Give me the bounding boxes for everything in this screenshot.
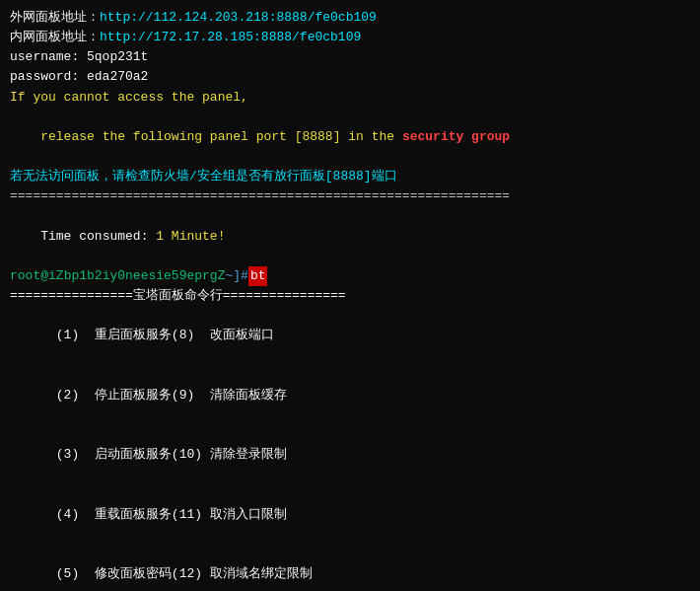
ext-ip-value: http://112.124.203.218:8888/fe0cb109 <box>100 10 377 25</box>
ext-ip-line: 外网面板地址：http://112.124.203.218:8888/fe0cb… <box>10 8 690 28</box>
prompt-path: ~]# <box>225 266 247 286</box>
divider-1: ========================================… <box>10 186 690 206</box>
prompt-line: root@iZbp1b2iy0neesie59eprgZ ~]# bt <box>10 266 690 286</box>
prompt-at: @ <box>40 266 48 286</box>
warning-line1: If you cannot access the panel, <box>10 88 690 108</box>
menu-item-2: (2) 停止面板服务 <box>56 388 172 403</box>
time-consumed-line: Time consumed: 1 Minute! <box>10 206 690 265</box>
menu-row-3: (4) 重载面板服务(11) 取消入口限制 <box>10 484 690 544</box>
cmd-highlight: bt <box>248 266 268 286</box>
int-ip-label: 内网面板地址： <box>10 30 100 44</box>
warning-line2-pre: release the following panel port [8888] … <box>40 129 402 144</box>
menu-container: (1) 重启面板服务(8) 改面板端口 (2) 停止面板服务(9) 清除面板缓存… <box>10 306 690 591</box>
prompt-host: iZbp1b2iy0neesie59eprgZ <box>48 266 225 286</box>
warning-line3: 若无法访问面板，请检查防火墙/安全组是否有放行面板[8888]端口 <box>10 167 690 186</box>
menu-row-1: (2) 停止面板服务(9) 清除面板缓存 <box>10 366 690 425</box>
menu-divider: ================宝塔面板命令行================ <box>10 286 690 306</box>
time-consumed-label: Time consumed: <box>40 229 156 244</box>
menu-item-5: (5) 修改面板密码 <box>56 566 172 581</box>
int-ip-value: http://172.17.28.185:8888/fe0cb109 <box>100 30 361 44</box>
ext-ip-label: 外网面板地址： <box>10 10 100 25</box>
menu-row-0: (1) 重启面板服务(8) 改面板端口 <box>10 306 690 365</box>
menu-row-2: (3) 启动面板服务(10) 清除登录限制 <box>10 425 690 484</box>
warning-line2-highlight: security group <box>402 129 510 144</box>
username-line: username: 5qop231t <box>10 47 690 67</box>
menu-item-3: (3) 启动面板服务 <box>56 447 172 462</box>
int-ip-line: 内网面板地址：http://172.17.28.185:8888/fe0cb10… <box>10 28 690 47</box>
menu-item-9: (9) 清除面板缓存 <box>172 388 287 403</box>
menu-row-4: (5) 修改面板密码(12) 取消域名绑定限制 <box>10 545 690 591</box>
menu-item-12: (12) 取消域名绑定限制 <box>172 566 313 581</box>
menu-item-4: (4) 重载面板服务 <box>56 507 172 522</box>
menu-item-8: (8) 改面板端口 <box>172 328 274 342</box>
password-line: password: eda270a2 <box>10 67 690 87</box>
menu-item-1: (1) 重启面板服务 <box>56 328 172 342</box>
menu-item-10: (10) 清除登录限制 <box>172 447 287 462</box>
warning-line2: release the following panel port [8888] … <box>10 108 690 167</box>
prompt-user: root <box>10 266 40 286</box>
time-consumed-value: 1 Minute! <box>156 229 225 244</box>
terminal: 外网面板地址：http://112.124.203.218:8888/fe0cb… <box>10 8 690 591</box>
menu-item-11: (11) 取消入口限制 <box>172 507 287 522</box>
